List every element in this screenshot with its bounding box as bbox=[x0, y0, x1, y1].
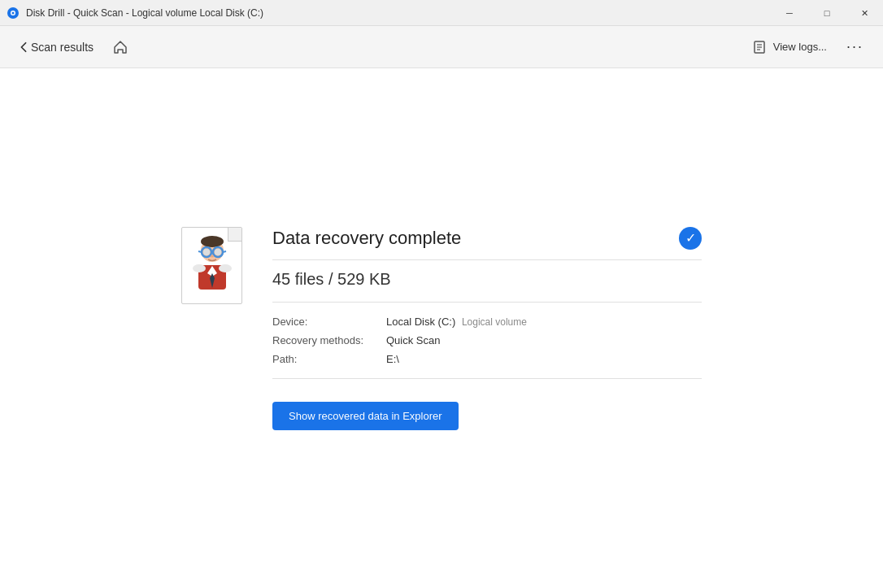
info-header: Data recovery complete ✓ bbox=[272, 227, 702, 250]
device-value: Local Disk (C:) Logical volume bbox=[386, 312, 702, 331]
device-name: Local Disk (C:) bbox=[386, 316, 455, 328]
title-bar-left: Disk Drill - Quick Scan - Logical volume… bbox=[7, 7, 263, 20]
svg-point-12 bbox=[215, 249, 221, 255]
divider-2 bbox=[272, 302, 702, 303]
disk-drill-icon bbox=[7, 7, 20, 20]
svg-point-2 bbox=[12, 11, 15, 14]
back-button[interactable]: Scan results bbox=[13, 37, 100, 57]
svg-point-10 bbox=[203, 249, 210, 255]
view-logs-button[interactable]: View logs... bbox=[746, 37, 833, 58]
title-bar: Disk Drill - Quick Scan - Logical volume… bbox=[0, 0, 883, 26]
path-value: E:\ bbox=[386, 350, 702, 368]
window-title: Disk Drill - Quick Scan - Logical volume… bbox=[26, 7, 263, 19]
svg-point-16 bbox=[211, 255, 214, 257]
svg-point-20 bbox=[193, 264, 206, 272]
home-button[interactable] bbox=[107, 37, 134, 58]
recovery-card: Data recovery complete ✓ 45 files / 529 … bbox=[181, 227, 702, 430]
illustration bbox=[181, 227, 246, 308]
path-row: Path: E:\ bbox=[272, 350, 702, 368]
logs-icon bbox=[752, 40, 767, 54]
divider-1 bbox=[272, 259, 702, 260]
info-panel: Data recovery complete ✓ 45 files / 529 … bbox=[272, 227, 702, 430]
show-recovered-data-button[interactable]: Show recovered data in Explorer bbox=[272, 402, 459, 430]
home-icon bbox=[113, 40, 128, 54]
files-count: 45 files / 529 KB bbox=[272, 270, 702, 289]
svg-point-8 bbox=[201, 236, 224, 247]
view-logs-label: View logs... bbox=[773, 41, 827, 53]
avatar-icon bbox=[184, 231, 241, 304]
methods-value: Quick Scan bbox=[386, 331, 702, 350]
methods-label: Recovery methods: bbox=[272, 331, 386, 350]
toolbar: Scan results View logs... ··· bbox=[0, 26, 883, 68]
document-icon bbox=[181, 227, 242, 304]
recovery-title: Data recovery complete bbox=[272, 228, 461, 249]
device-label: Device: bbox=[272, 312, 386, 331]
more-options-button[interactable]: ··· bbox=[840, 35, 870, 59]
device-type: Logical volume bbox=[462, 316, 527, 328]
divider-3 bbox=[272, 378, 702, 379]
title-bar-controls: ─ □ ✕ bbox=[771, 0, 883, 25]
main-content: Data recovery complete ✓ 45 files / 529 … bbox=[0, 68, 883, 588]
restore-button[interactable]: □ bbox=[808, 0, 846, 26]
svg-line-15 bbox=[223, 251, 226, 252]
close-button[interactable]: ✕ bbox=[846, 0, 883, 26]
minimize-button[interactable]: ─ bbox=[771, 0, 808, 26]
check-icon: ✓ bbox=[679, 227, 702, 250]
info-table: Device: Local Disk (C:) Logical volume R… bbox=[272, 312, 702, 368]
device-row: Device: Local Disk (C:) Logical volume bbox=[272, 312, 702, 331]
svg-line-14 bbox=[198, 251, 202, 252]
methods-row: Recovery methods: Quick Scan bbox=[272, 331, 702, 350]
scan-results-label: Scan results bbox=[31, 41, 94, 54]
path-label: Path: bbox=[272, 350, 386, 368]
svg-point-21 bbox=[219, 264, 232, 272]
back-arrow-icon bbox=[20, 41, 28, 53]
